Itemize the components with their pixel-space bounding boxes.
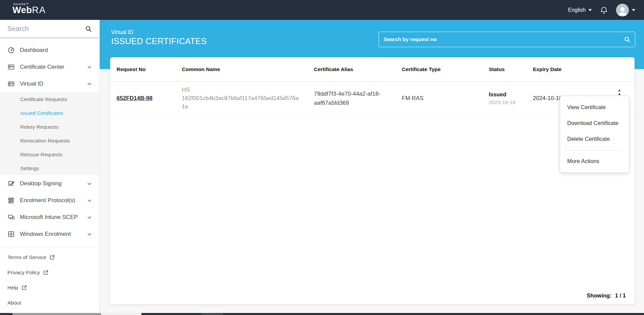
chevron-down-icon <box>87 232 92 237</box>
language-label: English <box>568 7 586 13</box>
request-search-input[interactable] <box>379 32 635 47</box>
terms-of-service-link[interactable]: Terms of Service <box>0 250 99 265</box>
menu-item-more-actions[interactable]: More Actions <box>560 153 629 169</box>
menu-item-view-certificate[interactable]: View Certificate <box>560 99 629 115</box>
caret-down-icon <box>588 9 592 11</box>
issued-certificates-card: Request No Common Name Certificate Alias… <box>110 57 635 304</box>
windows-enrolment-icon <box>7 230 15 238</box>
external-link-icon <box>50 255 55 260</box>
external-link-icon <box>43 270 49 275</box>
sidebar-search-input[interactable] <box>0 20 99 38</box>
notifications-bell-icon[interactable] <box>600 6 608 14</box>
showing-label: Showing: <box>587 292 612 299</box>
chevron-down-icon <box>87 215 92 220</box>
sidebar-item-label: Enrolment Protocol(s) <box>20 197 75 204</box>
sidebar-item-dashboard[interactable]: Dashboard <box>0 42 99 59</box>
sidebar-item-issued-certificates[interactable]: Issued Certificates <box>0 106 99 120</box>
column-header-request-no: Request No <box>117 66 182 72</box>
link-label: Terms of Service <box>7 254 46 260</box>
sidebar-search <box>0 20 99 38</box>
column-header-status: Status <box>489 66 533 72</box>
sidebar-item-virtual-id[interactable]: Virtual ID <box>0 75 99 92</box>
dashboard-gauge-icon <box>7 46 15 54</box>
sidebar-item-rekey-requests[interactable]: Rekey Requests <box>0 120 99 134</box>
menu-item-download-certificate[interactable]: Download Certificate <box>560 115 629 131</box>
virtual-id-submenu: Certificate Requests Issued Certificates… <box>0 92 99 175</box>
menu-divider <box>564 150 622 151</box>
sidebar: Dashboard Certificate Center Virtual ID <box>0 20 100 313</box>
webra-app: Ascertia™ WebRA English <box>0 0 644 315</box>
bottom-edge-strip <box>101 313 141 315</box>
showing-value: 1 / 1 <box>615 292 626 299</box>
chevron-up-icon <box>87 82 92 87</box>
bottom-edge-strip[interactable] <box>12 313 101 315</box>
page-title: ISSUED CERTIFICATES <box>111 36 207 46</box>
brand-webra-label: WebRA <box>12 6 46 14</box>
search-icon[interactable] <box>85 25 92 32</box>
enrolment-protocols-icon <box>7 197 15 204</box>
status-badge: Issued <box>489 91 533 98</box>
certificate-center-icon <box>7 63 15 71</box>
sidebar-item-settings[interactable]: Settings <box>0 161 99 175</box>
link-label: Privacy Policy <box>7 270 40 276</box>
chevron-down-icon <box>87 65 92 70</box>
chevron-down-icon <box>87 198 92 203</box>
bottom-edge-strip <box>0 313 12 315</box>
sidebar-item-label: Virtual ID <box>20 81 43 87</box>
link-label: About <box>7 300 21 306</box>
status-date: 2023-10-18 <box>489 99 533 105</box>
request-search <box>379 32 635 47</box>
table-header-row: Request No Common Name Certificate Alias… <box>110 57 635 82</box>
column-header-common-name: Common Name <box>182 66 314 72</box>
search-icon[interactable] <box>624 36 631 43</box>
certificate-type-cell: FM RAS <box>402 95 489 102</box>
sidebar-item-revocation-requests[interactable]: Revocation Requests <box>0 134 99 148</box>
sidebar-item-label: Windows Enrolment <box>20 231 71 238</box>
link-label: Help <box>7 285 18 291</box>
intune-scep-monitor-icon <box>7 214 15 221</box>
caret-down-icon <box>632 9 635 11</box>
status-cell: Issued 2023-10-18 <box>489 91 533 105</box>
pagination-summary: Showing: 1 / 1 <box>587 292 626 299</box>
column-header-certificate-alias: Certificate Alias <box>314 66 402 72</box>
help-link[interactable]: Help <box>0 280 99 295</box>
sidebar-item-label: Certificate Center <box>20 64 64 70</box>
sidebar-item-certificate-requests[interactable]: Certificate Requests <box>0 92 99 106</box>
privacy-policy-link[interactable]: Privacy Policy <box>0 265 99 280</box>
avatar <box>616 4 629 17</box>
sidebar-item-desktop-signing[interactable]: Desktop Signing <box>0 175 99 192</box>
chevron-down-icon <box>87 181 92 186</box>
virtual-id-card-icon <box>7 80 15 88</box>
user-menu[interactable] <box>616 4 635 17</box>
topbar-controls: English <box>568 0 635 20</box>
sidebar-divider <box>0 247 99 247</box>
brand-logo[interactable]: Ascertia™ WebRA <box>12 2 46 14</box>
sidebar-item-enrolment-protocols[interactable]: Enrolment Protocol(s) <box>0 192 99 209</box>
request-no-link[interactable]: 652FD14B-98 <box>117 95 153 101</box>
desktop-signing-icon <box>7 180 15 187</box>
column-header-certificate-type: Certificate Type <box>402 66 489 72</box>
language-selector[interactable]: English <box>568 7 592 13</box>
sidebar-item-reissue-requests[interactable]: Reissue Requests <box>0 148 99 161</box>
external-link-icon <box>22 285 27 290</box>
sidebar-item-label: Dashboard <box>20 47 48 54</box>
common-name-cell: HS 162f001cb4b3ac87b6af117a4765ed145d576… <box>182 86 302 111</box>
sidebar-item-windows-enrolment[interactable]: Windows Enrolment <box>0 226 99 243</box>
menu-item-delete-certificate[interactable]: Delete Certificate <box>560 131 629 147</box>
sidebar-footer-links: Terms of Service Privacy Policy Help <box>0 250 99 310</box>
about-link[interactable]: About <box>0 295 99 310</box>
sidebar-item-microsoft-intune-scep[interactable]: Microsoft Intune SCEP <box>0 209 99 226</box>
sidebar-item-certificate-center[interactable]: Certificate Center <box>0 59 99 75</box>
certificate-alias-cell: 79ddf7f3-4e70-44a2-af18-aaf67a5fd369 <box>314 89 393 107</box>
sidebar-item-label: Desktop Signing <box>20 180 62 187</box>
sidebar-nav: Dashboard Certificate Center Virtual ID <box>0 38 99 310</box>
bottom-edge-strip <box>201 313 223 315</box>
row-actions-menu: View Certificate Download Certificate De… <box>560 96 629 173</box>
sidebar-item-label: Microsoft Intune SCEP <box>20 214 78 221</box>
table-row: 652FD14B-98 HS 162f001cb4b3ac87b6af117a4… <box>110 82 635 115</box>
breadcrumb: Virtual ID <box>111 29 133 35</box>
column-header-expiry-date: Expiry Date <box>533 66 635 72</box>
top-bar: Ascertia™ WebRA English <box>0 0 644 20</box>
